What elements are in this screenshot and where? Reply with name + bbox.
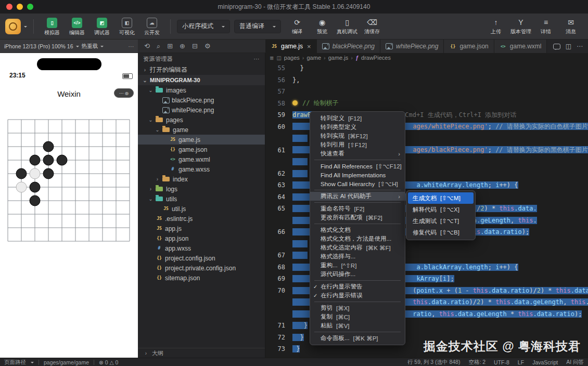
problems-indicator[interactable]: ⊗ 0 △ 0 xyxy=(99,359,118,365)
tree-item-app.json[interactable]: {}app.json xyxy=(138,233,265,243)
device-debug-button[interactable]: ▯真机调试 xyxy=(335,17,359,35)
project-root[interactable]: ⌄ MINIPROGRAM-30 xyxy=(138,75,265,85)
line-number[interactable]: 62 xyxy=(265,170,292,177)
details-button[interactable]: ≡详情 xyxy=(534,17,558,35)
line-number[interactable]: 71 xyxy=(265,322,292,329)
new-folder-icon[interactable]: ⊕ xyxy=(180,42,185,50)
simulator-button[interactable]: ▯模拟器 xyxy=(40,17,64,36)
editor-tab-game.json[interactable]: {}game.json xyxy=(444,40,494,53)
context-menu-item[interactable]: 命令面板...[⌘K ⌘P] xyxy=(310,334,405,343)
tree-item-pages[interactable]: ⌄pages xyxy=(138,115,265,125)
tree-item-util.js[interactable]: JSutil.js xyxy=(138,204,265,214)
editor-button[interactable]: </>编辑器 xyxy=(65,17,89,36)
context-menu-item[interactable]: 重命名符号[F2] xyxy=(310,204,405,213)
tree-item-game.wxml[interactable]: <>game.wxml xyxy=(138,154,265,164)
line-number[interactable]: 73 xyxy=(265,345,292,352)
context-menu-item[interactable]: 转到类型定义 xyxy=(310,123,405,132)
editor-tab-game.wxml[interactable]: <>game.wxml xyxy=(494,40,547,53)
zoom-window-button[interactable] xyxy=(27,4,33,10)
status-item[interactable]: 空格: 2 xyxy=(468,359,485,366)
context-menu-item[interactable]: 源代码操作... xyxy=(310,270,405,279)
minimize-window-button[interactable] xyxy=(17,4,23,10)
account-avatar[interactable] xyxy=(5,19,21,34)
context-menu-item[interactable]: 腾讯云 AI 代码助手› xyxy=(310,192,405,201)
tree-item-app.wxss[interactable]: #app.wxss xyxy=(138,243,265,253)
debugger-button[interactable]: ◩调试器 xyxy=(90,17,114,36)
submenu-item[interactable]: 生成文档[⇧⌥M] xyxy=(408,192,474,204)
compile-button[interactable]: ⟳编译 xyxy=(285,17,309,35)
close-tab-icon[interactable]: × xyxy=(307,43,311,50)
context-menu-item[interactable]: Show Call Hierarchy[⇧⌥H] xyxy=(310,179,405,188)
tree-item-app.js[interactable]: JSapp.js xyxy=(138,224,265,233)
line-number[interactable]: 57 xyxy=(265,88,292,95)
line-number[interactable]: 66 xyxy=(265,228,292,236)
context-menu-item[interactable]: 重构...[^⇧R] xyxy=(310,261,405,270)
mode-dropdown[interactable]: 小程序模式 xyxy=(177,20,230,33)
context-menu-item[interactable]: 格式选择与... xyxy=(310,252,405,261)
context-menu-item[interactable]: 格式化文档，方法是使用... xyxy=(310,234,405,243)
context-menu-item[interactable]: 转到实现[⌘F12] xyxy=(310,132,405,140)
tree-item-game[interactable]: ⌄game xyxy=(138,125,265,135)
tree-item-game.wxss[interactable]: #game.wxss xyxy=(138,164,265,174)
new-file-icon[interactable]: ⊞ xyxy=(167,42,173,50)
page-path-value[interactable]: pages/game/game xyxy=(44,359,89,365)
wechat-capsule[interactable]: ⋯ ◎ xyxy=(114,88,134,98)
tree-item-whitePiece.png[interactable]: whitePiece.png xyxy=(138,105,265,115)
context-menu-item[interactable]: 格式化选定内容[⌘K ⌘F] xyxy=(310,243,405,252)
context-menu-item[interactable]: 快速查看› xyxy=(310,149,405,158)
preview-button[interactable]: ◉预览 xyxy=(310,17,334,35)
clear-cache-button[interactable]: ⌫清缓存 xyxy=(360,17,384,35)
line-number[interactable]: 67 xyxy=(265,252,292,259)
status-item[interactable]: AI 问答 xyxy=(566,359,584,366)
tree-item-index[interactable]: ›index xyxy=(138,174,265,184)
status-item[interactable]: UTF-8 xyxy=(494,359,509,365)
context-menu-item[interactable]: 复制[⌘C] xyxy=(310,312,405,321)
editor-tab-whitePiece.png[interactable]: whitePiece.png xyxy=(380,40,444,53)
search-icon[interactable]: ⌕ xyxy=(157,42,160,50)
open-editors-section[interactable]: › 打开的编辑器 xyxy=(138,64,265,75)
collapse-all-icon[interactable]: ⊟ xyxy=(192,42,198,50)
status-item[interactable]: 行 59, 列 3 (选中 848) xyxy=(407,359,461,366)
context-menu-item[interactable]: 转到定义[F12] xyxy=(310,114,405,123)
tree-item-sitemap.json[interactable]: {}sitemap.json xyxy=(138,273,265,283)
chat-icon[interactable] xyxy=(553,44,560,49)
code-line[interactable]: 58// 绘制棋子 xyxy=(265,98,588,110)
editor-tab-blackPiece.png[interactable]: blackPiece.png xyxy=(317,40,380,53)
line-number[interactable]: 58 xyxy=(265,100,292,107)
status-item[interactable]: LF xyxy=(518,359,524,365)
context-menu-item[interactable]: Find All Implementations xyxy=(310,171,405,179)
tree-item-blackPiece.png[interactable]: blackPiece.png xyxy=(138,95,265,105)
compile-mode-dropdown[interactable]: 普通编译 xyxy=(234,20,281,33)
tree-item-project.private.config.json[interactable]: {}project.private.config.json xyxy=(138,263,265,273)
lightbulb-icon[interactable] xyxy=(292,100,298,106)
list-icon[interactable]: ≣ xyxy=(270,55,274,61)
cloud-dev-button[interactable]: ☁云开发 xyxy=(140,17,164,36)
more-icon[interactable]: ⋯ xyxy=(577,43,583,50)
code-line[interactable]: 57 xyxy=(265,86,588,98)
breadcrumb-item[interactable]: pages xyxy=(284,55,300,61)
line-number[interactable]: 69 xyxy=(265,275,292,282)
breadcrumb-item[interactable]: drawPieces xyxy=(361,55,391,61)
more-icon[interactable]: ⋯ xyxy=(254,56,260,62)
context-menu-item[interactable]: 转到引用[⇧F12] xyxy=(310,140,405,149)
breadcrumb-item[interactable]: game.js xyxy=(328,55,349,61)
line-number[interactable]: 70 xyxy=(265,287,292,294)
tree-item-project.config.json[interactable]: {}project.config.json xyxy=(138,253,265,263)
context-menu-item[interactable]: 更改所有匹配项[⌘F2] xyxy=(310,213,405,222)
tree-item-game.json[interactable]: {}game.json xyxy=(138,145,265,154)
device-selector[interactable]: iPhone 12/13 (Pro) 100% 16 xyxy=(4,43,73,49)
tree-item-images[interactable]: ⌄images xyxy=(138,85,265,95)
code-line[interactable]: 55 } xyxy=(265,62,588,74)
bookmark-icon[interactable]: ◫ xyxy=(276,55,281,61)
line-number[interactable]: 61 xyxy=(265,147,292,154)
outline-section[interactable]: › 大纲 xyxy=(138,348,265,358)
code-line[interactable]: 56}, xyxy=(265,74,588,86)
line-number[interactable]: 72 xyxy=(265,334,292,341)
tree-item-utils[interactable]: ⌄utils xyxy=(138,194,265,204)
line-number[interactable]: 64 xyxy=(265,193,292,201)
tree-item-.eslintrc.js[interactable]: JS.eslintrc.js xyxy=(138,214,265,224)
settings-icon[interactable]: ⚙ xyxy=(204,42,211,50)
submenu-item[interactable]: 修复代码[⇧⌥B] xyxy=(408,227,474,238)
tree-item-logs[interactable]: ›logs xyxy=(138,184,265,194)
line-number[interactable]: 59 xyxy=(265,111,292,119)
